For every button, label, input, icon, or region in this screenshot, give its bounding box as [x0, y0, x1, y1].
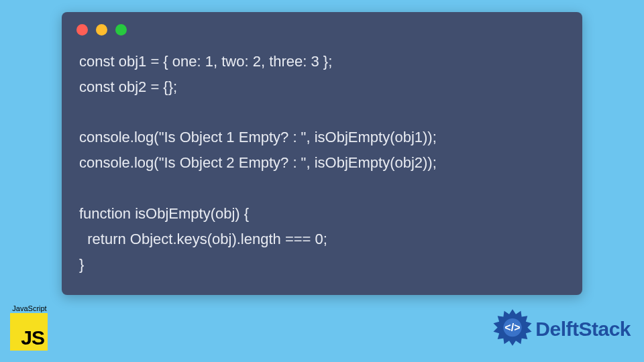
code-body: const obj1 = { one: 1, two: 2, three: 3 …	[62, 40, 582, 290]
code-line: const obj2 = {};	[79, 78, 177, 95]
code-line: return Object.keys(obj).length === 0;	[79, 231, 327, 247]
minimize-icon	[96, 24, 107, 36]
svg-text:</>: </>	[505, 321, 521, 333]
window-controls	[62, 12, 582, 40]
code-line: console.log("Is Object 1 Empty? : ", isO…	[79, 129, 437, 145]
code-window: const obj1 = { one: 1, two: 2, three: 3 …	[62, 12, 582, 295]
delftstack-logo-icon: </>	[492, 308, 533, 350]
close-icon	[76, 24, 88, 36]
code-line: function isObjEmpty(obj) {	[79, 205, 249, 222]
js-logo-text: JS	[21, 326, 44, 349]
delftstack-brand: </> DelftStack	[492, 308, 631, 350]
javascript-badge: JavaScript JS	[10, 304, 49, 351]
code-line: console.log("Is Object 2 Empty? : ", isO…	[79, 154, 437, 171]
brand-name: DelftStack	[535, 318, 631, 341]
javascript-logo-icon: JS	[10, 313, 48, 351]
badge-label: JavaScript	[10, 304, 49, 312]
maximize-icon	[115, 24, 127, 36]
code-line: const obj1 = { one: 1, two: 2, three: 3 …	[79, 53, 332, 70]
code-line: }	[79, 256, 84, 273]
